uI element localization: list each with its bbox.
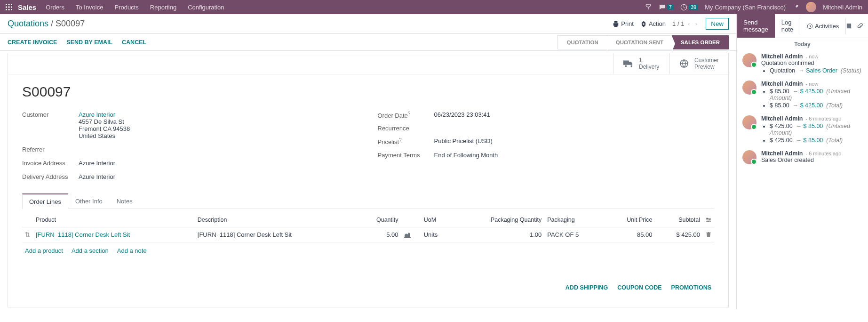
message-text: Quotation confirmed — [761, 60, 862, 66]
message-avatar[interactable] — [742, 53, 757, 67]
customer-country: United States — [79, 132, 130, 139]
new-button[interactable]: New — [706, 18, 729, 30]
line-description[interactable]: [FURN_1118] Corner Desk Left Sit — [195, 227, 357, 242]
line-packaging[interactable]: PACK OF 5 — [544, 227, 605, 242]
user-name[interactable]: Mitchell Admin — [823, 4, 862, 11]
user-avatar[interactable] — [806, 2, 816, 12]
add-section-button[interactable]: Add a section — [72, 247, 109, 254]
invoice-addr-value[interactable]: Azure Interior — [79, 160, 115, 167]
svg-rect-3 — [6, 7, 7, 8]
record-title: S00097 — [22, 84, 714, 100]
svg-rect-6 — [6, 9, 7, 10]
pager-prev[interactable]: ‹ — [686, 20, 692, 27]
send-message-button[interactable]: Send message — [737, 14, 775, 38]
line-price[interactable]: 85.00 — [605, 227, 655, 242]
chatter-message: Mitchell Admin - now Quotation confirmed… — [737, 50, 868, 78]
referrer-label: Referrer — [22, 146, 79, 153]
chatter-message: Mitchell Admin - 6 minutes ago Sales Ord… — [737, 147, 868, 167]
stage-bar: QUOTATION QUOTATION SENT SALES ORDER — [557, 35, 729, 49]
stage-quotation-sent[interactable]: QUOTATION SENT — [607, 35, 672, 49]
tab-notes[interactable]: Notes — [110, 193, 140, 209]
send-email-button[interactable]: SEND BY EMAIL — [66, 39, 112, 46]
payment-terms-label: Payment Terms — [378, 152, 434, 159]
nav-products[interactable]: Products — [114, 4, 138, 11]
message-time: - 6 minutes ago — [805, 116, 841, 121]
svg-rect-1 — [8, 4, 10, 5]
nav-orders[interactable]: Orders — [46, 4, 64, 11]
app-brand[interactable]: Sales — [18, 3, 36, 11]
order-date-value[interactable]: 06/23/2023 23:03:41 — [434, 111, 490, 118]
add-shipping-button[interactable]: ADD SHIPPING — [565, 284, 608, 291]
wrench-icon[interactable] — [792, 4, 799, 11]
forecast-icon[interactable] — [404, 232, 418, 238]
truck-icon — [623, 59, 633, 68]
svg-rect-7 — [8, 9, 10, 10]
action-button[interactable]: Action — [640, 20, 666, 27]
delivery-stat-button[interactable]: 1 Delivery — [613, 53, 669, 74]
delete-line-icon[interactable] — [703, 227, 714, 242]
col-options[interactable] — [703, 213, 714, 227]
message-author[interactable]: Mitchell Admin — [761, 80, 803, 87]
attachment-icon[interactable] — [857, 23, 863, 29]
col-description: Description — [195, 213, 357, 227]
add-note-button[interactable]: Add a note — [117, 247, 147, 254]
nav-configuration[interactable]: Configuration — [188, 4, 224, 11]
line-subtotal: $ 425.00 — [655, 227, 703, 242]
nav-reporting[interactable]: Reporting — [150, 4, 176, 11]
message-avatar[interactable] — [742, 115, 757, 129]
cancel-button[interactable]: CANCEL — [122, 39, 146, 46]
line-qty[interactable]: 5.00 — [357, 227, 401, 242]
message-author[interactable]: Mitchell Admin — [761, 115, 803, 122]
delivery-addr-value[interactable]: Azure Interior — [79, 173, 115, 180]
invoice-addr-label: Invoice Address — [22, 160, 79, 167]
payment-terms-value[interactable]: End of Following Month — [434, 152, 498, 159]
pager-next[interactable]: › — [693, 20, 699, 27]
line-pkg-qty[interactable]: 1.00 — [453, 227, 544, 242]
col-quantity: Quantity — [357, 213, 401, 227]
tab-other-info[interactable]: Other Info — [68, 193, 110, 209]
create-invoice-button[interactable]: CREATE INVOICE — [8, 39, 57, 46]
message-author[interactable]: Mitchell Admin — [761, 53, 803, 60]
svg-rect-5 — [11, 7, 12, 8]
phone-icon[interactable] — [645, 3, 652, 11]
topbar-right: 7 39 My Company (San Francisco) Mitchell… — [645, 2, 862, 12]
pager: 1 / 1 ‹ › — [672, 20, 699, 27]
activities-button[interactable]: Activities — [800, 18, 846, 34]
chat-icon[interactable]: 7 — [659, 4, 674, 11]
chatter-message: Mitchell Admin - now $ 85.00 → $ 425.00 … — [737, 78, 868, 113]
breadcrumb-root[interactable]: Quotations — [8, 19, 48, 28]
chatter: Send message Log note Activities 2 Follo… — [736, 14, 868, 309]
message-avatar[interactable] — [742, 150, 757, 164]
customer-preview-button[interactable]: Customer Preview — [669, 53, 728, 74]
clock-badge: 39 — [689, 4, 698, 10]
print-button[interactable]: Print — [613, 20, 634, 27]
table-row[interactable]: ⇅ [FURN_1118] Corner Desk Left Sit [FURN… — [22, 227, 714, 242]
svg-point-12 — [709, 219, 711, 221]
customer-link[interactable]: Azure Interior — [79, 111, 115, 118]
stage-quotation[interactable]: QUOTATION — [557, 35, 607, 49]
add-product-button[interactable]: Add a product — [25, 247, 63, 254]
track-item: $ 425.00 → $ 85.00 (Untaxed Amount) — [770, 123, 862, 136]
pricelist-label: Pricelist? — [378, 137, 434, 145]
message-author[interactable]: Mitchell Admin — [761, 150, 803, 157]
coupon-code-button[interactable]: COUPON CODE — [617, 284, 661, 291]
company-name[interactable]: My Company (San Francisco) — [705, 4, 786, 11]
track-item: $ 425.00 → $ 85.00 (Total) — [770, 137, 862, 144]
customer-city: Fremont CA 94538 — [79, 125, 130, 132]
pricelist-value[interactable]: Public Pricelist (USD) — [434, 137, 493, 145]
book-icon[interactable] — [846, 23, 852, 29]
line-uom[interactable]: Units — [421, 227, 453, 242]
promotions-button[interactable]: PROMOTIONS — [671, 284, 711, 291]
stage-sales-order[interactable]: SALES ORDER — [672, 35, 729, 49]
tab-order-lines[interactable]: Order Lines — [22, 193, 68, 209]
apps-icon[interactable] — [6, 4, 12, 10]
message-time: - 6 minutes ago — [805, 151, 841, 156]
svg-point-13 — [708, 221, 709, 222]
drag-handle-icon[interactable]: ⇅ — [22, 227, 33, 242]
delivery-count: 1 — [639, 57, 659, 64]
message-avatar[interactable] — [742, 80, 757, 95]
clock-icon[interactable]: 39 — [680, 4, 698, 11]
product-link[interactable]: [FURN_1118] Corner Desk Left Sit — [36, 231, 130, 238]
log-note-button[interactable]: Log note — [775, 14, 800, 38]
nav-to-invoice[interactable]: To Invoice — [76, 4, 104, 11]
